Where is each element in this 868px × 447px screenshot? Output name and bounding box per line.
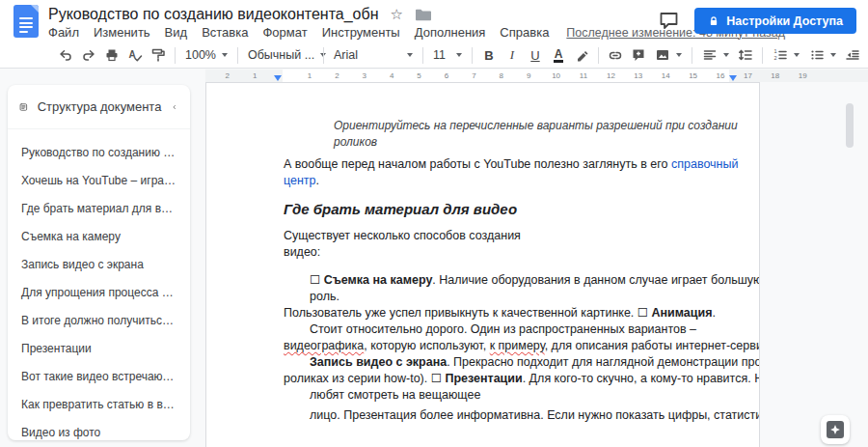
star-icon[interactable]: ☆	[391, 7, 403, 22]
ruler-number: 15	[689, 71, 697, 80]
italic-button[interactable]: I	[501, 43, 524, 67]
print-icon[interactable]	[100, 43, 123, 67]
styles-dropdown[interactable]: Обычный ...	[243, 43, 318, 67]
ruler-number: 2	[335, 71, 339, 80]
doc-line[interactable]: видео:	[206, 244, 759, 261]
chevron-down-icon	[794, 53, 800, 57]
menu-item[interactable]: Вставка	[202, 25, 248, 40]
menu-list: ФайлИзменитьВидВставкаФорматИнструментыД…	[48, 25, 549, 40]
numbered-list-dropdown[interactable]: 12	[768, 43, 804, 67]
text-run: . Прекрасно подходит для наглядной демон…	[447, 355, 760, 369]
doc-line[interactable]: Стоит относительно дорого. Один из распр…	[206, 321, 759, 338]
menu-item[interactable]: Файл	[48, 25, 79, 40]
share-button[interactable]: Настройки Доступа	[694, 8, 856, 34]
text-run: Съемка на камеру	[324, 273, 433, 287]
doc-line[interactable]: любят смотреть на вещающее	[206, 387, 759, 404]
doc-link[interactable]: справочный	[671, 157, 738, 171]
comments-icon[interactable]	[659, 12, 679, 30]
text-run: . Наличие оборудования в данном случае и…	[432, 273, 760, 287]
doc-line[interactable]: ☐ Съемка на камеру. Наличие оборудования…	[206, 272, 759, 289]
doc-line[interactable]: роликов	[206, 134, 759, 151]
document-content[interactable]: Ориентируйтесь на перечисленные варианты…	[206, 83, 759, 424]
align-dropdown[interactable]	[697, 43, 734, 67]
font-size-dropdown[interactable]: 11	[428, 43, 467, 67]
toolbar-separator	[692, 47, 692, 64]
ruler[interactable]: 2112345678910111213141516171819	[205, 70, 868, 82]
text-run: видео:	[284, 245, 320, 259]
scrollbar-thumb[interactable]	[846, 103, 854, 148]
left-indent-marker[interactable]	[274, 75, 282, 81]
doc-line[interactable]: Существует несколько способов создания	[206, 228, 759, 244]
bold-button[interactable]: B	[477, 43, 501, 67]
insert-comment-icon[interactable]	[627, 43, 650, 67]
toolbar-separator	[323, 47, 324, 64]
doc-line[interactable]: центр.	[206, 173, 759, 189]
outline-item[interactable]: Хочешь на YouTube – играй по е...	[8, 167, 190, 195]
undo-icon[interactable]	[54, 43, 77, 67]
doc-line[interactable]: роль.	[206, 289, 759, 305]
doc-line[interactable]: лицо. Презентация более информативна. Ес…	[206, 407, 759, 424]
menu-item[interactable]: Формат	[262, 25, 307, 40]
outline-item[interactable]: Как превратить статью в видео ...	[8, 391, 190, 419]
menu-item[interactable]: Изменить	[94, 25, 150, 40]
outline-item[interactable]: Видео из фото	[8, 419, 190, 440]
menu-item[interactable]: Вид	[165, 25, 188, 40]
bulleted-list-dropdown[interactable]	[804, 43, 841, 67]
right-indent-marker[interactable]	[729, 75, 737, 81]
redo-icon[interactable]	[77, 43, 100, 67]
docs-logo-icon[interactable]	[14, 5, 39, 38]
doc-line[interactable]: видеографика, которую используют, к прим…	[206, 338, 759, 354]
doc-line[interactable]: А вообще перед началом работы с YouTube …	[206, 156, 759, 173]
font-dropdown[interactable]: Arial	[329, 43, 418, 67]
ruler-number: 10	[552, 71, 560, 80]
zoom-dropdown[interactable]: 100%	[180, 43, 232, 67]
collapse-outline-icon[interactable]	[171, 100, 178, 114]
doc-link[interactable]: центр	[284, 174, 316, 187]
bulleted-list-icon	[809, 47, 825, 63]
menu-item[interactable]: Справка	[500, 25, 549, 40]
outline-item[interactable]: Запись видео с экрана	[8, 251, 190, 279]
document-page[interactable]: Ориентируйтесь на перечисленные варианты…	[205, 82, 760, 447]
header: Руководство по созданию видеоконтента_об…	[0, 0, 868, 42]
insert-link-icon[interactable]	[604, 43, 627, 67]
doc-line[interactable]: Пользователь уже успел привыкнуть к каче…	[206, 305, 759, 321]
outline-item[interactable]: Съемка на камеру	[8, 223, 190, 251]
toolbar: A 100% Обычный ... Arial 11 B I U A	[0, 42, 868, 69]
outline-item[interactable]: Руководство по созданию виде...	[8, 139, 190, 167]
outline-item[interactable]: Вот такие видео встречаются на...	[8, 363, 190, 391]
document-outline-panel: Структура документа Руководство по созда…	[8, 85, 190, 440]
folder-icon[interactable]	[415, 7, 432, 22]
highlight-color-icon[interactable]	[570, 43, 593, 67]
paint-format-icon[interactable]	[147, 43, 170, 67]
doc-line[interactable]: роликах из серии how-to). ☐ Презентации.…	[206, 371, 759, 387]
outline-item[interactable]: В итоге должно получиться что-...	[8, 307, 190, 335]
outline-item[interactable]: Презентации	[8, 335, 190, 363]
explore-button[interactable]	[821, 415, 850, 444]
text-run: Запись видео с экрана	[310, 355, 447, 369]
menu-item[interactable]: Дополнения	[415, 25, 486, 40]
ruler-number: 13	[634, 71, 642, 80]
increase-indent-icon[interactable]	[864, 43, 868, 67]
svg-text:1: 1	[773, 48, 776, 54]
italic-label: I	[510, 47, 514, 63]
ruler-number: 17	[744, 71, 752, 80]
doc-line[interactable]: Запись видео с экрана. Прекрасно подходи…	[206, 354, 759, 371]
insert-image-dropdown[interactable]	[650, 43, 687, 67]
line-spacing-icon[interactable]	[734, 43, 757, 67]
outline-item[interactable]: Где брать материал для видео	[8, 195, 190, 223]
ruler-number: 6	[445, 71, 448, 80]
text-color-button[interactable]: A	[547, 43, 570, 67]
menu-item[interactable]: Инструменты	[322, 25, 400, 40]
toolbar-separator	[762, 47, 763, 64]
text-run: .	[316, 174, 319, 187]
document-title[interactable]: Руководство по созданию видеоконтента_об…	[48, 6, 379, 23]
lock-icon	[708, 14, 719, 28]
chevron-down-icon	[830, 53, 836, 57]
doc-heading[interactable]: Где брать материал для видео	[206, 199, 759, 220]
underline-button[interactable]: U	[524, 43, 547, 67]
ruler-number: 3	[363, 71, 366, 80]
outline-item[interactable]: Для упрощения процесса вы мо...	[8, 279, 190, 307]
decrease-indent-icon[interactable]	[841, 43, 864, 67]
doc-line[interactable]: Ориентируйтесь на перечисленные варианты…	[206, 118, 759, 134]
spellcheck-icon[interactable]: A	[123, 43, 147, 67]
